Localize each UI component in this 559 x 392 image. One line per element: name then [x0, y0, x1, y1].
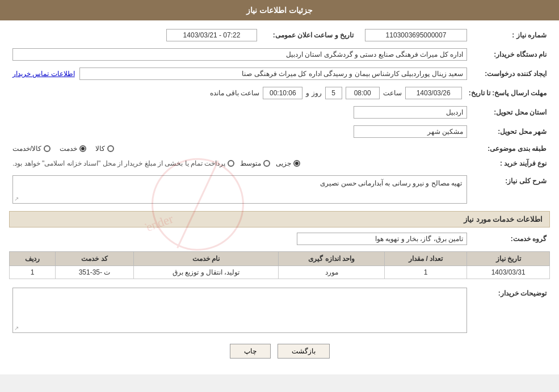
row-num: 1 [10, 266, 56, 279]
creator-contact-link[interactable]: اطلاعات تماس خریدار [12, 70, 75, 78]
creator-label: ایجاد کننده درخواست: [470, 66, 550, 82]
row-service-code: ت -35-351 [56, 266, 133, 279]
row-unit: مورد [279, 266, 384, 279]
purchase-type-label-small: جزیی [276, 159, 291, 167]
deadline-days: 5 [325, 87, 342, 99]
purchase-type-radio-medium [263, 160, 270, 167]
button-group: بازگشت چاپ [9, 344, 550, 359]
buyer-notes-label: توضیحات خریدار: [470, 286, 550, 335]
col-service-name: نام خدمت [133, 252, 279, 266]
page-header: جزئیات اطلاعات نیاز [0, 0, 559, 20]
table-row: 1403/03/31 1 مورد تولید، انتقال و توزیع … [10, 266, 550, 279]
announce-label: تاریخ و ساعت اعلان عمومی: [260, 27, 357, 43]
purchase-type-option-small[interactable]: جزیی [276, 159, 300, 167]
col-date: تاریخ نیاز [467, 252, 550, 266]
category-radio-khadamat [79, 145, 86, 152]
purchase-type-radio-small [293, 160, 300, 167]
province-label: استان محل تحویل: [470, 104, 550, 120]
row-date: 1403/03/31 [467, 266, 550, 279]
category-radio-kala-khadamat [44, 145, 51, 152]
col-unit: واحد اندازه گیری [279, 252, 384, 266]
deadline-label: مهلت ارسال پاسخ: تا تاریخ: [465, 85, 550, 101]
category-label-khadamat: خدمت [60, 145, 77, 153]
purchase-type-label-medium: متوسط [240, 159, 261, 167]
category-option-kala[interactable]: کالا [95, 145, 114, 153]
need-number-value: 1103003695000007 [365, 29, 467, 41]
province-value: اردبیل [354, 106, 467, 119]
purchase-type-label: نوع فرآیند خرید : [470, 158, 550, 169]
row-quantity: 1 [384, 266, 467, 279]
category-label: طبقه بندی موضوعی: [470, 143, 550, 154]
deadline-time: 08:00 [346, 87, 380, 99]
back-button[interactable]: بازگشت [278, 344, 330, 359]
col-row-num: ردیف [10, 252, 56, 266]
category-label-kala: کالا [95, 145, 105, 153]
description-value: تهیه مصالح و نیرو رسانی به آبدارمانی حسن… [320, 179, 462, 187]
deadline-date: 1403/03/26 [405, 87, 462, 99]
description-label: شرح کلی نیاز: [470, 174, 550, 205]
deadline-time-label: ساعت [383, 89, 402, 97]
purchase-type-option-note[interactable]: پرداخت تمام یا بخشی از مبلغ خریدار از مح… [12, 159, 234, 167]
buyer-org-value: اداره کل میراث فرهنگی صنایع دستی و گردشگ… [12, 48, 467, 61]
purchase-type-option-medium[interactable]: متوسط [240, 159, 270, 167]
need-number-label: شماره نیاز : [470, 27, 550, 43]
purchase-type-label-note: پرداخت تمام یا بخشی از مبلغ خریدار از مح… [12, 159, 225, 167]
service-group-value: تامین برق، گاز، بخار و تهویه هوا [297, 233, 467, 245]
buyer-org-label: نام دستگاه خریدار: [470, 47, 550, 62]
city-label: شهر محل تحویل: [470, 124, 550, 140]
announce-value: 1403/03/21 - 07:22 [166, 29, 257, 41]
row-service-name: تولید، انتقال و توزیع برق [133, 266, 279, 279]
category-radio-kala [107, 145, 114, 152]
header-title: جزئیات اطلاعات نیاز [246, 6, 313, 15]
deadline-remaining-label: ساعت باقی مانده [210, 89, 260, 97]
category-option-kala-khadamat[interactable]: کالا/خدمت [12, 145, 51, 153]
col-quantity: تعداد / مقدار [384, 252, 467, 266]
services-section-title: اطلاعات خدمات مورد نیاز [9, 211, 550, 227]
category-option-khadamat[interactable]: خدمت [60, 145, 86, 153]
service-group-label: گروه خدمت: [470, 231, 550, 247]
col-service-code: کد خدمت [56, 252, 133, 266]
purchase-type-radio-note [228, 160, 234, 167]
creator-value: سعید زینال پوراردبیلی کارشناس بیمان و رس… [79, 68, 467, 80]
deadline-remaining: 00:10:06 [263, 87, 302, 99]
deadline-day-label: روز و [306, 89, 321, 97]
city-value: مشکین شهر [354, 125, 467, 138]
services-table: تاریخ نیاز تعداد / مقدار واحد اندازه گیر… [9, 251, 550, 279]
category-label-kala-khadamat: کالا/خدمت [12, 145, 41, 153]
print-button[interactable]: چاپ [230, 344, 271, 359]
